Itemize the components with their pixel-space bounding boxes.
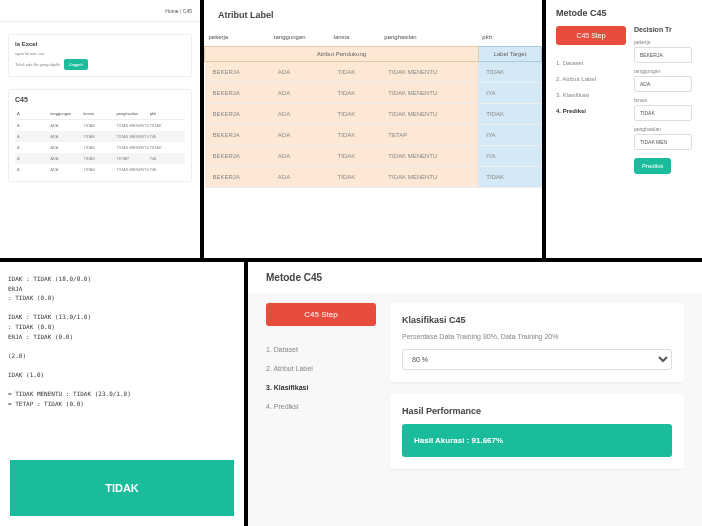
step-item[interactable]: 4. Prediksi bbox=[266, 397, 376, 416]
table-row: BEKERJAADATIDAKTIDAK MENENTUIYA bbox=[205, 83, 542, 104]
group-support-header: Atribut Pendukung bbox=[205, 47, 479, 62]
table-row: AADATIDAKTETAPIYA bbox=[15, 153, 185, 164]
step-item[interactable]: 2. Atribut Label bbox=[266, 359, 376, 378]
c45-step-button[interactable]: C45 Step bbox=[266, 303, 376, 326]
panel-prediksi: Metode C45 C45 Step 1. Dataset2. Atribut… bbox=[546, 0, 702, 258]
panel-title: Metode C45 bbox=[546, 0, 702, 26]
card-title: Klasifikasi C45 bbox=[402, 315, 672, 325]
c45-step-button[interactable]: C45 Step bbox=[556, 26, 626, 45]
field-input[interactable]: ADA bbox=[634, 76, 692, 92]
table-row: AADATIDAKTIDAK MENENTUIYA bbox=[15, 164, 185, 175]
card-sub: Persentase Data Training 80%, Data Train… bbox=[402, 333, 672, 340]
panel-tree-output: IDAK : TIDAK (18.0/8.0) ERJA : TIDAK (0.… bbox=[0, 262, 244, 526]
breadcrumb: Home / C45 bbox=[0, 0, 200, 22]
field-label: lansia bbox=[634, 97, 692, 103]
klasifikasi-card: Klasifikasi C45 Persentase Data Training… bbox=[390, 303, 684, 382]
table-title: C45 bbox=[15, 96, 185, 103]
panel-title: Metode C45 bbox=[248, 262, 702, 293]
panel-atribut-label: Atribut Label pekerjatanggunganlansiapen… bbox=[204, 0, 542, 258]
atribut-table: pekerjatanggunganlansiapenghasilanpkh At… bbox=[204, 28, 542, 188]
upload-format: ngan format .csv bbox=[15, 51, 185, 56]
table-row: BEKERJAADATIDAKTIDAK MENENTUTIDAK bbox=[205, 167, 542, 188]
table-row: BEKERJAADATIDAKTETAPIYA bbox=[205, 125, 542, 146]
step-item[interactable]: 3. Klasifikasi bbox=[266, 378, 376, 397]
predict-button[interactable]: Prediksi bbox=[634, 158, 671, 174]
upload-card: la Excel ngan format .csv Tidak ada file… bbox=[8, 34, 192, 77]
file-status: Tidak ada file yang dipilih bbox=[15, 62, 60, 67]
field-label: penghasilan bbox=[634, 126, 692, 132]
col-header: pkh bbox=[478, 28, 541, 47]
group-target-header: Label Target bbox=[478, 47, 541, 62]
step-item[interactable]: 4. Prediksi bbox=[556, 103, 626, 119]
performance-card: Hasil Performance Hasil Akurasi : 91.667… bbox=[390, 394, 684, 469]
prediction-form: Decision Tr pekerjaBEKERJAtanggunganADAl… bbox=[634, 26, 692, 174]
table-row: BEKERJAADATIDAKTIDAK MENENTUIYA bbox=[205, 146, 542, 167]
nav-c45[interactable]: C45 bbox=[183, 8, 192, 14]
step-item[interactable]: 2. Atribut Label bbox=[556, 71, 626, 87]
field-label: pekerja bbox=[634, 39, 692, 45]
panel-dataset-small: Home / C45 la Excel ngan format .csv Tid… bbox=[0, 0, 200, 258]
prediction-result: TIDAK bbox=[10, 460, 234, 516]
c45-mini-table: C45 AtanggunganlansiapenghasilanpkhAADAT… bbox=[8, 89, 192, 182]
field-input[interactable]: TIDAK MEN bbox=[634, 134, 692, 150]
table-row: AADATIDAKTIDAK MENENTUIYA bbox=[15, 131, 185, 142]
step-item[interactable]: 3. Klasifikasi bbox=[556, 87, 626, 103]
table-row: AADATIDAKTIDAK MENENTUTIDAK bbox=[15, 120, 185, 131]
card-title: Hasil Performance bbox=[402, 406, 672, 416]
field-input[interactable]: TIDAK bbox=[634, 105, 692, 121]
step-item[interactable]: 1. Dataset bbox=[556, 55, 626, 71]
col-header: pekerja bbox=[205, 28, 270, 47]
percentage-select[interactable]: 80 % bbox=[402, 349, 672, 370]
upload-title: la Excel bbox=[15, 41, 185, 47]
decision-tree-text: IDAK : TIDAK (18.0/8.0) ERJA : TIDAK (0.… bbox=[0, 262, 244, 420]
panel-title: Atribut Label bbox=[204, 0, 542, 28]
form-title: Decision Tr bbox=[634, 26, 692, 33]
panel-klasifikasi: Metode C45 C45 Step 1. Dataset2. Atribut… bbox=[248, 262, 702, 526]
accuracy-result: Hasil Akurasi : 91.667% bbox=[402, 424, 672, 457]
step-item[interactable]: 1. Dataset bbox=[266, 340, 376, 359]
table-row: BEKERJAADATIDAKTIDAK MENENTUTIDAK bbox=[205, 62, 542, 83]
col-header: lansia bbox=[330, 28, 381, 47]
col-header: tanggungan bbox=[270, 28, 330, 47]
col-header: penghasilan bbox=[380, 28, 478, 47]
step-sidebar: C45 Step 1. Dataset2. Atribut Label3. Kl… bbox=[266, 303, 376, 481]
upload-button[interactable]: Unggah bbox=[64, 59, 88, 70]
field-label: tanggungan bbox=[634, 68, 692, 74]
table-row: AADATIDAKTIDAK MENENTUTIDAK bbox=[15, 142, 185, 153]
nav-home[interactable]: Home bbox=[165, 8, 178, 14]
field-input[interactable]: BEKERJA bbox=[634, 47, 692, 63]
table-row: BEKERJAADATIDAKTIDAK MENENTUTIDAK bbox=[205, 104, 542, 125]
step-sidebar: C45 Step 1. Dataset2. Atribut Label3. Kl… bbox=[556, 26, 626, 174]
